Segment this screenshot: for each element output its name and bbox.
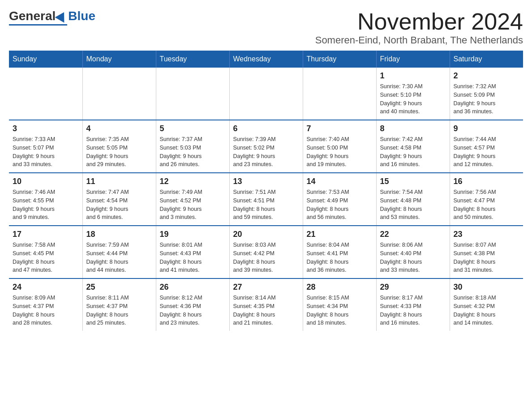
logo-blue-text: Blue bbox=[68, 9, 95, 23]
calendar-cell: 7Sunrise: 7:40 AM Sunset: 5:00 PM Daylig… bbox=[303, 120, 376, 173]
day-info: Sunrise: 7:42 AM Sunset: 4:58 PM Dayligh… bbox=[380, 135, 446, 169]
day-info: Sunrise: 7:30 AM Sunset: 5:10 PM Dayligh… bbox=[380, 82, 446, 116]
location-title: Someren-Eind, North Brabant, The Netherl… bbox=[315, 34, 523, 46]
week-row-2: 3Sunrise: 7:33 AM Sunset: 5:07 PM Daylig… bbox=[9, 120, 523, 173]
day-info: Sunrise: 8:01 AM Sunset: 4:43 PM Dayligh… bbox=[160, 241, 226, 274]
day-number: 19 bbox=[160, 230, 226, 239]
day-number: 25 bbox=[86, 283, 152, 292]
calendar-cell: 1Sunrise: 7:30 AM Sunset: 5:10 PM Daylig… bbox=[376, 68, 450, 120]
day-number: 30 bbox=[454, 283, 520, 292]
calendar-cell: 22Sunrise: 8:06 AM Sunset: 4:40 PM Dayli… bbox=[376, 226, 450, 278]
calendar-cell: 15Sunrise: 7:54 AM Sunset: 4:48 PM Dayli… bbox=[376, 173, 450, 226]
calendar-cell: 25Sunrise: 8:11 AM Sunset: 4:37 PM Dayli… bbox=[82, 278, 156, 331]
day-number: 18 bbox=[86, 230, 152, 239]
calendar-cell bbox=[303, 68, 376, 120]
page-header: General Blue November 2024 Someren-Eind,… bbox=[9, 9, 523, 46]
day-info: Sunrise: 7:46 AM Sunset: 4:55 PM Dayligh… bbox=[13, 188, 79, 222]
week-row-3: 10Sunrise: 7:46 AM Sunset: 4:55 PM Dayli… bbox=[9, 173, 523, 226]
calendar-cell: 28Sunrise: 8:15 AM Sunset: 4:34 PM Dayli… bbox=[303, 278, 376, 331]
day-number: 23 bbox=[454, 230, 520, 239]
day-number: 22 bbox=[380, 230, 446, 239]
calendar-cell: 18Sunrise: 7:59 AM Sunset: 4:44 PM Dayli… bbox=[82, 226, 156, 278]
weekday-header-wednesday: Wednesday bbox=[229, 51, 303, 68]
calendar-cell: 12Sunrise: 7:49 AM Sunset: 4:52 PM Dayli… bbox=[156, 173, 229, 226]
day-info: Sunrise: 7:40 AM Sunset: 5:00 PM Dayligh… bbox=[307, 135, 373, 169]
day-number: 1 bbox=[380, 71, 446, 81]
calendar-cell bbox=[9, 68, 82, 120]
day-number: 14 bbox=[307, 177, 373, 186]
calendar-cell: 5Sunrise: 7:37 AM Sunset: 5:03 PM Daylig… bbox=[156, 120, 229, 173]
calendar-cell: 20Sunrise: 8:03 AM Sunset: 4:42 PM Dayli… bbox=[229, 226, 303, 278]
weekday-header-tuesday: Tuesday bbox=[156, 51, 229, 68]
day-info: Sunrise: 7:44 AM Sunset: 4:57 PM Dayligh… bbox=[454, 135, 520, 169]
day-number: 21 bbox=[307, 230, 373, 239]
day-number: 20 bbox=[233, 230, 299, 239]
day-info: Sunrise: 8:06 AM Sunset: 4:40 PM Dayligh… bbox=[380, 241, 446, 274]
calendar-cell: 14Sunrise: 7:53 AM Sunset: 4:49 PM Dayli… bbox=[303, 173, 376, 226]
day-number: 10 bbox=[13, 177, 79, 186]
weekday-header-thursday: Thursday bbox=[303, 51, 376, 68]
calendar-cell: 4Sunrise: 7:35 AM Sunset: 5:05 PM Daylig… bbox=[82, 120, 156, 173]
day-number: 11 bbox=[86, 177, 152, 186]
week-row-5: 24Sunrise: 8:09 AM Sunset: 4:37 PM Dayli… bbox=[9, 278, 523, 331]
calendar-cell: 16Sunrise: 7:56 AM Sunset: 4:47 PM Dayli… bbox=[450, 173, 523, 226]
day-number: 3 bbox=[13, 124, 79, 133]
calendar-cell: 8Sunrise: 7:42 AM Sunset: 4:58 PM Daylig… bbox=[376, 120, 450, 173]
weekday-header-row: SundayMondayTuesdayWednesdayThursdayFrid… bbox=[9, 51, 523, 68]
month-title: November 2024 bbox=[315, 9, 523, 34]
day-number: 26 bbox=[160, 283, 226, 292]
calendar-cell bbox=[156, 68, 229, 120]
logo-general-text: General bbox=[9, 9, 56, 23]
calendar-cell: 27Sunrise: 8:14 AM Sunset: 4:35 PM Dayli… bbox=[229, 278, 303, 331]
logo-triangle-icon bbox=[55, 9, 69, 22]
calendar-cell: 6Sunrise: 7:39 AM Sunset: 5:02 PM Daylig… bbox=[229, 120, 303, 173]
day-number: 13 bbox=[233, 177, 299, 186]
day-number: 4 bbox=[86, 124, 152, 133]
day-info: Sunrise: 7:35 AM Sunset: 5:05 PM Dayligh… bbox=[86, 135, 152, 169]
day-number: 9 bbox=[454, 124, 520, 133]
day-number: 24 bbox=[13, 283, 79, 292]
calendar-cell: 10Sunrise: 7:46 AM Sunset: 4:55 PM Dayli… bbox=[9, 173, 82, 226]
calendar-cell bbox=[229, 68, 303, 120]
calendar-cell: 9Sunrise: 7:44 AM Sunset: 4:57 PM Daylig… bbox=[450, 120, 523, 173]
day-info: Sunrise: 7:33 AM Sunset: 5:07 PM Dayligh… bbox=[13, 135, 79, 169]
day-number: 12 bbox=[160, 177, 226, 186]
day-info: Sunrise: 7:47 AM Sunset: 4:54 PM Dayligh… bbox=[86, 188, 152, 222]
calendar-cell: 29Sunrise: 8:17 AM Sunset: 4:33 PM Dayli… bbox=[376, 278, 450, 331]
day-number: 27 bbox=[233, 283, 299, 292]
calendar-table: SundayMondayTuesdayWednesdayThursdayFrid… bbox=[9, 51, 523, 331]
day-number: 6 bbox=[233, 124, 299, 133]
logo-text: General Blue bbox=[9, 9, 95, 23]
calendar-cell: 11Sunrise: 7:47 AM Sunset: 4:54 PM Dayli… bbox=[82, 173, 156, 226]
weekday-header-monday: Monday bbox=[82, 51, 156, 68]
weekday-header-friday: Friday bbox=[376, 51, 450, 68]
day-number: 15 bbox=[380, 177, 446, 186]
logo-underline bbox=[9, 24, 67, 26]
day-info: Sunrise: 7:51 AM Sunset: 4:51 PM Dayligh… bbox=[233, 188, 299, 222]
weekday-header-saturday: Saturday bbox=[450, 51, 523, 68]
day-number: 7 bbox=[307, 124, 373, 133]
day-info: Sunrise: 7:49 AM Sunset: 4:52 PM Dayligh… bbox=[160, 188, 226, 222]
calendar-cell: 26Sunrise: 8:12 AM Sunset: 4:36 PM Dayli… bbox=[156, 278, 229, 331]
calendar-cell bbox=[82, 68, 156, 120]
week-row-1: 1Sunrise: 7:30 AM Sunset: 5:10 PM Daylig… bbox=[9, 68, 523, 120]
week-row-4: 17Sunrise: 7:58 AM Sunset: 4:45 PM Dayli… bbox=[9, 226, 523, 278]
day-info: Sunrise: 7:53 AM Sunset: 4:49 PM Dayligh… bbox=[307, 188, 373, 222]
calendar-cell: 21Sunrise: 8:04 AM Sunset: 4:41 PM Dayli… bbox=[303, 226, 376, 278]
weekday-header-sunday: Sunday bbox=[9, 51, 82, 68]
day-info: Sunrise: 8:14 AM Sunset: 4:35 PM Dayligh… bbox=[233, 294, 299, 327]
day-info: Sunrise: 7:32 AM Sunset: 5:09 PM Dayligh… bbox=[454, 82, 520, 116]
calendar-cell: 17Sunrise: 7:58 AM Sunset: 4:45 PM Dayli… bbox=[9, 226, 82, 278]
calendar-cell: 13Sunrise: 7:51 AM Sunset: 4:51 PM Dayli… bbox=[229, 173, 303, 226]
day-info: Sunrise: 7:58 AM Sunset: 4:45 PM Dayligh… bbox=[13, 241, 79, 274]
day-info: Sunrise: 7:59 AM Sunset: 4:44 PM Dayligh… bbox=[86, 241, 152, 274]
day-info: Sunrise: 8:12 AM Sunset: 4:36 PM Dayligh… bbox=[160, 294, 226, 327]
day-info: Sunrise: 8:18 AM Sunset: 4:32 PM Dayligh… bbox=[454, 294, 520, 327]
day-info: Sunrise: 7:54 AM Sunset: 4:48 PM Dayligh… bbox=[380, 188, 446, 222]
day-number: 28 bbox=[307, 283, 373, 292]
day-info: Sunrise: 8:04 AM Sunset: 4:41 PM Dayligh… bbox=[307, 241, 373, 274]
day-info: Sunrise: 8:07 AM Sunset: 4:38 PM Dayligh… bbox=[454, 241, 520, 274]
day-number: 16 bbox=[454, 177, 520, 186]
day-info: Sunrise: 8:09 AM Sunset: 4:37 PM Dayligh… bbox=[13, 294, 79, 327]
calendar-cell: 3Sunrise: 7:33 AM Sunset: 5:07 PM Daylig… bbox=[9, 120, 82, 173]
